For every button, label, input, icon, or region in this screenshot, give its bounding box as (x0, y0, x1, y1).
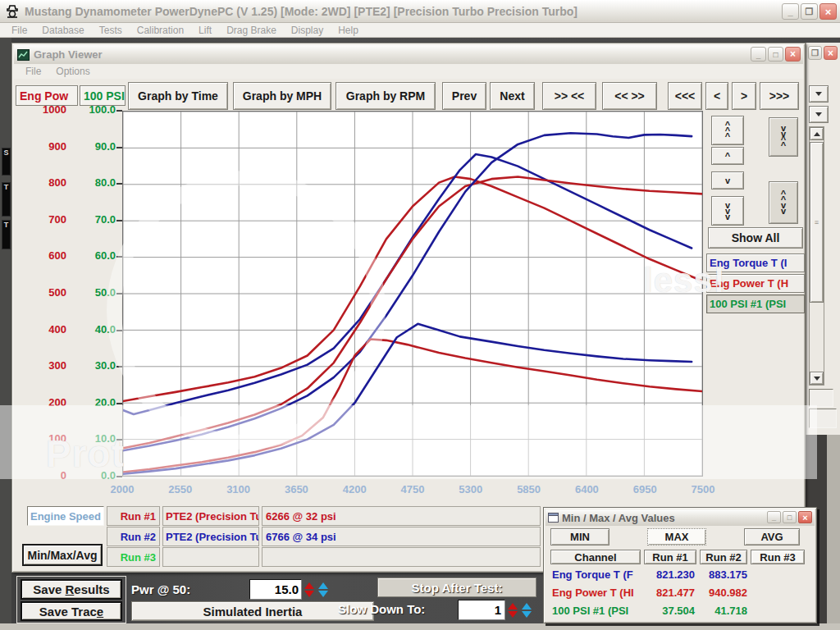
toolbar-graph-by-rpm-button[interactable]: Graph by RPM (336, 82, 436, 110)
run-note-cell: 6766 @ 34 psi (262, 527, 541, 546)
stop-after-test-label: Stop After Test: (412, 581, 503, 595)
bg-window-fragment (809, 389, 833, 407)
bottom-edge-strip (0, 623, 840, 630)
menu-calibration[interactable]: Calibration (130, 24, 190, 37)
minmax-avg-button[interactable]: AVG (744, 528, 800, 546)
screen: Mustang Dynamometer PowerDynePC (V 1.25)… (0, 0, 840, 630)
gv-menu-options[interactable]: Options (49, 65, 96, 78)
graph-viewer-menubar: FileOptions (14, 64, 803, 79)
channel-item-eng-power-t-h[interactable]: Eng Power T (H (706, 274, 805, 293)
toolbar-graph-by-time-button[interactable]: Graph by Time (128, 82, 228, 110)
y-axis-boost-tick: 70.0 (71, 213, 116, 226)
bg-window-close-icon[interactable]: × (824, 46, 838, 60)
maximize-icon[interactable]: □ (768, 47, 783, 62)
y-axis-tickmark (116, 293, 122, 294)
toolbar-prev-button[interactable]: Prev (442, 82, 486, 110)
menu-drag-brake[interactable]: Drag Brake (220, 24, 283, 37)
toolbar-item-button[interactable]: <<< (668, 82, 702, 110)
run-note-cell (262, 547, 541, 567)
zoom-in-vertical-icon[interactable]: vv^^ (769, 117, 798, 157)
close-icon[interactable]: × (819, 3, 837, 20)
run-note-cell: 6266 @ 32 psi (262, 506, 541, 526)
minmax-column-run-3: Run #3 (751, 550, 805, 564)
y-axis-power-tick: 500 (17, 286, 66, 299)
combo-dropdown-icon[interactable] (809, 106, 829, 123)
show-all-button[interactable]: Show All (708, 227, 803, 249)
scroll-up-fast-icon[interactable]: ^^^ (711, 116, 744, 145)
pwr-at-50-input[interactable]: 15.0 (249, 579, 302, 600)
menu-help[interactable]: Help (331, 24, 365, 37)
y-axis-boost-tick: 60.0 (71, 249, 116, 262)
minmax-max-button[interactable]: MAX (647, 528, 706, 546)
slow-down-to-input[interactable]: 1 (458, 600, 505, 620)
toolbar-item-button[interactable]: << >> (602, 82, 657, 110)
x-axis-tick: 5300 (446, 483, 495, 495)
minimize-icon[interactable]: _ (782, 3, 799, 20)
window-title: Mustang Dynamometer PowerDynePC (V 1.25)… (25, 5, 578, 18)
scrollbar-thumb[interactable]: ≡ (810, 142, 824, 303)
close-icon[interactable]: × (785, 47, 801, 62)
combo-dropdown-icon[interactable] (809, 85, 829, 103)
scrollbar-up-icon[interactable] (810, 127, 824, 140)
main-menubar: FileDatabaseTestsCalibrationLiftDrag Bra… (0, 23, 840, 38)
minmax-row-run1-value: 821.477 (644, 587, 695, 601)
y-axis-power-tick: 900 (17, 140, 66, 153)
menu-database[interactable]: Database (35, 24, 90, 37)
x-axis-tick: 5850 (504, 483, 554, 495)
toolbar-graph-by-mph-button[interactable]: Graph by MPH (233, 82, 331, 110)
background-light-right (827, 435, 840, 630)
toolbar-item-button[interactable]: > (732, 82, 756, 110)
scrollbar-down-icon[interactable] (810, 372, 824, 385)
minimize-icon[interactable]: _ (767, 511, 781, 523)
minmax-titlebar[interactable]: Min / Max / Avg Values _ □ × (546, 509, 815, 526)
scroll-up-icon[interactable]: ^ (711, 147, 744, 165)
menu-display[interactable]: Display (285, 24, 330, 37)
maximize-icon[interactable]: □ (783, 511, 797, 523)
run-desc-cell: PTE2 (Precision Tu (162, 506, 259, 526)
bg-window-restore-icon[interactable]: ❐ (808, 46, 822, 60)
run-label-run-3[interactable]: Run #3 (107, 547, 160, 567)
menu-file[interactable]: File (5, 24, 34, 37)
pwr-spinner-blue[interactable] (317, 579, 330, 600)
toolbar-next-button[interactable]: Next (490, 82, 535, 110)
y-axis-power-tick: 600 (17, 249, 66, 262)
minmax-button[interactable]: Min/Max/Avg (22, 544, 103, 566)
save-results-button[interactable]: Save Results (21, 579, 122, 600)
pwr-at-50-label: Pwr @ 50: (131, 582, 190, 596)
minmax-min-button[interactable]: MIN (550, 528, 609, 546)
run-label-run-2[interactable]: Run #2 (107, 527, 160, 546)
minmax-row-run2-value: 883.175 (700, 568, 747, 583)
channel-item-100-psi-1-psi[interactable]: 100 PSI #1 (PSI (706, 294, 805, 313)
right-scrollbar[interactable]: ≡ (809, 126, 824, 386)
zoom-out-vertical-icon[interactable]: ^^vv (769, 181, 798, 224)
gv-menu-file[interactable]: File (19, 65, 48, 78)
graph-viewer-window: Graph Viewer _ □ × FileOptions Eng Pow 1… (11, 43, 806, 573)
x-axis-tick: 7500 (678, 483, 728, 495)
pwr-spinner-red[interactable] (303, 579, 316, 600)
toolbar-item-button[interactable]: < (705, 82, 728, 110)
channel-item-eng-torque-t-i[interactable]: Eng Torque T (I (706, 253, 805, 272)
slow-spinner-blue[interactable] (520, 600, 533, 620)
x-axis-tick: 4200 (330, 483, 379, 495)
x-channel-box[interactable]: Engine Speed (F (27, 506, 104, 526)
run-label-run-1[interactable]: Run #1 (107, 506, 160, 526)
background-window-fragment: T (2, 220, 11, 249)
toolbar-item-button[interactable]: >> << (542, 82, 596, 110)
slow-spinner-red[interactable] (506, 600, 519, 620)
restore-icon[interactable]: ❐ (801, 3, 818, 20)
background-window-strip (0, 38, 11, 623)
save-trace-button[interactable]: Save Trace (21, 601, 122, 621)
close-icon[interactable]: × (798, 511, 812, 523)
graph-viewer-titlebar[interactable]: Graph Viewer _ □ × (14, 45, 803, 64)
toolbar-item-button[interactable]: >>> (760, 82, 799, 110)
graph-window-icon (17, 49, 30, 61)
minimize-icon[interactable]: _ (751, 47, 766, 62)
scroll-down-icon[interactable]: v (711, 171, 744, 189)
scroll-down-fast-icon[interactable]: vvv (711, 196, 744, 226)
minmax-row-run2-value: 940.982 (700, 587, 747, 601)
minmax-row-run2-value: 41.718 (700, 605, 747, 619)
x-axis-tick: 2550 (156, 483, 205, 495)
menu-tests[interactable]: Tests (93, 24, 129, 37)
menu-lift[interactable]: Lift (192, 24, 218, 37)
y-axis-tickmark (116, 330, 122, 331)
